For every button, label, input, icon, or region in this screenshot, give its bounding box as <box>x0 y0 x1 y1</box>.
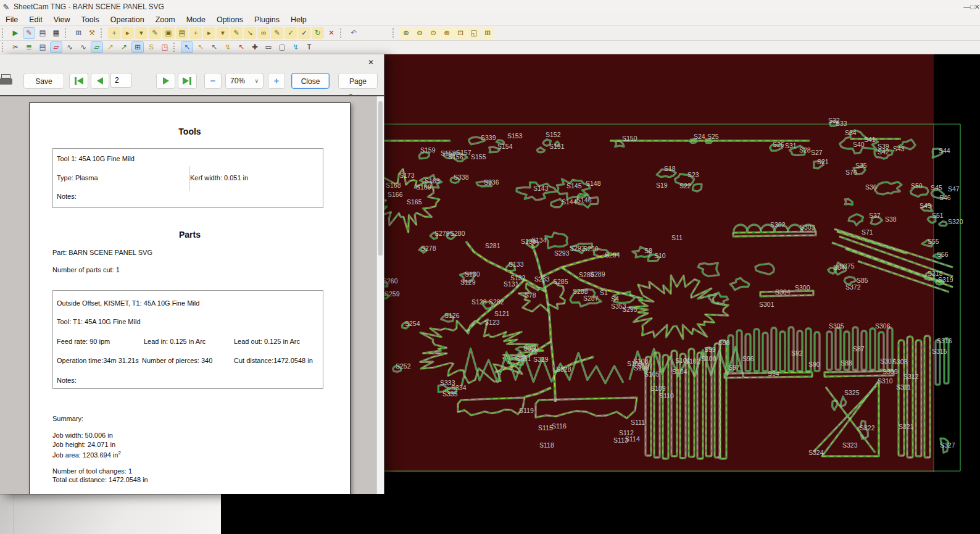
show-jump-moves-icon[interactable]: ↗ <box>104 41 117 53</box>
menu-help[interactable]: Help <box>285 15 312 24</box>
menu-tools[interactable]: Tools <box>76 15 105 24</box>
save-part-icon[interactable]: ▾ <box>135 27 147 39</box>
add-process-icon[interactable]: + <box>189 27 202 39</box>
toolbar-grip[interactable] <box>2 43 6 52</box>
contour-label: S43 <box>893 145 905 152</box>
link-drawing-icon[interactable]: ∞ <box>257 27 270 39</box>
menu-plugins[interactable]: Plugins <box>249 15 285 24</box>
scrollbar-thumb[interactable] <box>378 101 383 256</box>
open-process-icon[interactable]: ▸ <box>203 27 215 39</box>
corner-loops-icon[interactable]: ◳ <box>159 41 171 53</box>
menu-zoom[interactable]: Zoom <box>150 15 181 24</box>
node-edit-icon[interactable]: ∿ <box>64 41 76 53</box>
close-button[interactable]: Close <box>291 73 330 89</box>
select-tool-icon[interactable]: ↖ <box>181 41 193 53</box>
save-process-icon[interactable]: ▾ <box>217 27 229 39</box>
zoom-out-icon[interactable]: ⊖ <box>413 27 426 39</box>
contour-label: S135 <box>521 238 536 245</box>
output-window-icon[interactable]: ▤ <box>36 41 49 53</box>
zoom-in-button[interactable]: + <box>268 73 285 89</box>
close-button[interactable]: ✕ <box>974 3 980 10</box>
show-rapid-moves-icon[interactable]: ↗ <box>118 41 130 53</box>
next-page-button[interactable] <box>156 73 175 89</box>
edit-toolpath-icon[interactable]: ✎ <box>271 27 283 39</box>
menu-view[interactable]: View <box>48 15 76 24</box>
previous-page-button[interactable] <box>91 73 109 89</box>
edit-process-icon[interactable]: ✎ <box>230 27 243 39</box>
minimize-button[interactable]: — <box>963 3 970 10</box>
zoom-part-icon[interactable]: ⊙ <box>427 27 439 39</box>
save-enabled-cuts-icon[interactable]: ✓ <box>298 27 310 39</box>
new-part-icon[interactable]: + <box>108 27 120 39</box>
paste-part-icon[interactable]: ▤ <box>176 27 188 39</box>
print-job-icon[interactable]: ▤ <box>36 27 49 39</box>
pan-tool-icon[interactable]: ✚ <box>249 41 261 53</box>
contour-label: S333 <box>440 379 455 386</box>
show-start-points-icon[interactable]: S <box>145 41 157 53</box>
toolbar-grip[interactable] <box>392 28 397 38</box>
simulate-icon[interactable]: ↯ <box>289 41 302 53</box>
zoom-out-button[interactable]: − <box>204 73 222 89</box>
undo-icon[interactable]: ↶ <box>347 27 360 39</box>
zoom-in-icon[interactable]: ⊕ <box>400 27 412 39</box>
zoom-all-parts-icon[interactable]: ⊛ <box>441 27 453 39</box>
maximize-button[interactable]: □ <box>970 3 974 10</box>
dialog-scrollbar[interactable] <box>376 96 384 494</box>
select-fast-move-icon[interactable]: ↯ <box>222 41 234 53</box>
select-start-point-icon[interactable]: ↖ <box>194 41 207 53</box>
menu-operation[interactable]: Operation <box>105 15 150 24</box>
contour-label: S327 <box>940 441 955 449</box>
edit-part-icon[interactable]: ✎ <box>149 27 161 39</box>
refresh-parts-icon[interactable]: ↻ <box>312 27 324 39</box>
zoom-sheet-icon[interactable]: ◱ <box>468 27 480 39</box>
print-icon[interactable] <box>0 74 14 85</box>
contour-label: S324 <box>808 449 824 456</box>
delete-part-icon[interactable]: ✕ <box>325 27 338 39</box>
dialog-close-icon[interactable]: ✕ <box>365 57 376 68</box>
contour-label: S319 <box>938 276 953 283</box>
show-cut-paths-icon[interactable]: ▱ <box>50 41 62 53</box>
save-button[interactable]: Save <box>23 73 64 89</box>
tool-box-divider <box>189 166 189 191</box>
show-machine-icon[interactable]: ⊞ <box>131 41 144 53</box>
contour-label: S311 <box>896 383 911 391</box>
menu-file[interactable]: File <box>0 15 23 24</box>
marquee-tool-icon[interactable]: ▢ <box>276 41 288 53</box>
select-lead-icon[interactable]: ↖ <box>208 41 220 53</box>
contour-label: S279 <box>434 230 450 237</box>
contour-label: S287 <box>583 294 599 302</box>
zoom-level-select[interactable]: 70%∨ <box>225 73 264 89</box>
copy-part-icon[interactable]: ▣ <box>162 27 175 39</box>
plot-job-icon[interactable]: ▦ <box>50 27 62 39</box>
toolbar-grip[interactable] <box>101 28 105 38</box>
page-number-input[interactable] <box>110 73 131 88</box>
menu-edit[interactable]: Edit <box>23 15 48 24</box>
calculator-icon[interactable]: ⊞ <box>72 27 85 39</box>
show-offsets-icon[interactable]: ▱ <box>91 41 103 53</box>
first-page-icon <box>75 77 77 85</box>
menu-mode[interactable]: Mode <box>181 15 211 24</box>
spline-edit-icon[interactable]: ∿ <box>77 41 89 53</box>
post-process-job-icon[interactable]: ▶ <box>9 27 22 39</box>
enable-cuts-icon[interactable]: ✓ <box>284 27 297 39</box>
layers-icon[interactable]: ≣ <box>23 41 35 53</box>
consumables-icon[interactable]: ⚒ <box>86 27 98 39</box>
toolbar-grip[interactable] <box>340 28 344 38</box>
material-setup-icon[interactable]: ✂ <box>9 41 22 53</box>
menu-options[interactable]: Options <box>211 15 249 24</box>
first-page-button[interactable] <box>69 73 88 89</box>
page-setup-button[interactable]: Page Setup <box>338 73 378 89</box>
toolbar-grip[interactable] <box>2 28 6 38</box>
contour-label: S163 <box>425 177 440 185</box>
select-contour-icon[interactable]: ↖ <box>235 41 247 53</box>
open-part-icon[interactable]: ▸ <box>122 27 134 39</box>
toolbar-grip[interactable] <box>65 28 69 38</box>
toolbar-grip[interactable] <box>173 43 178 52</box>
measure-tool-icon[interactable]: ▭ <box>262 41 275 53</box>
import-drawing-icon[interactable]: ↘ <box>244 27 256 39</box>
zoom-machine-icon[interactable]: ⊞ <box>481 27 494 39</box>
text-tool-icon[interactable]: T <box>303 41 315 53</box>
zoom-window-icon[interactable]: ⊡ <box>454 27 467 39</box>
last-page-button[interactable] <box>178 73 197 89</box>
edit-job-icon[interactable]: ✎ <box>23 27 35 39</box>
